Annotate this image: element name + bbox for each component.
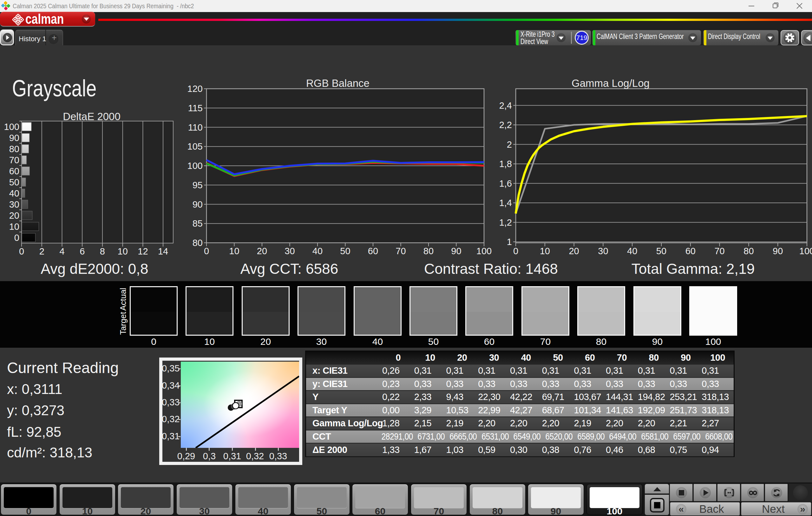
svg-text:100: 100 [187,161,203,171]
svg-text:2,4: 2,4 [499,100,512,111]
svg-text:60: 60 [686,246,696,256]
svg-text:1,6: 1,6 [499,178,512,189]
svg-text:70: 70 [396,246,406,256]
svg-text:0: 0 [19,246,24,256]
svg-text:100: 100 [476,246,492,256]
svg-text:2: 2 [507,140,512,150]
svg-text:40: 40 [9,188,19,199]
svg-text:20: 20 [569,246,579,256]
svg-text:12: 12 [138,246,148,256]
svg-text:110: 110 [188,122,203,132]
svg-text:80: 80 [193,238,203,248]
svg-text:1,4: 1,4 [499,198,512,208]
svg-text:70: 70 [9,155,19,165]
svg-text:4: 4 [59,246,64,256]
svg-text:RGB Balance: RGB Balance [306,77,370,89]
svg-text:90: 90 [451,246,461,256]
svg-text:40: 40 [313,246,323,256]
svg-text:1: 1 [507,237,512,247]
svg-text:40: 40 [627,246,637,256]
svg-text:105: 105 [187,141,203,152]
svg-text:2,2: 2,2 [499,120,512,130]
svg-text:100: 100 [4,122,19,132]
svg-text:60: 60 [368,246,378,256]
svg-text:30: 30 [9,200,19,210]
svg-text:80: 80 [9,144,19,154]
svg-text:95: 95 [193,180,203,190]
svg-text:1,2: 1,2 [499,217,512,227]
svg-text:10: 10 [118,246,128,256]
svg-text:100: 100 [799,246,812,256]
svg-text:85: 85 [193,218,203,229]
svg-text:6: 6 [80,246,85,256]
svg-text:10: 10 [229,246,239,256]
svg-text:80: 80 [744,246,754,256]
svg-text:50: 50 [9,177,19,187]
svg-text:10: 10 [540,246,550,256]
svg-text:0: 0 [204,246,209,256]
svg-text:2: 2 [39,246,45,256]
svg-text:90: 90 [9,133,19,143]
svg-text:90: 90 [193,200,203,210]
svg-text:1,8: 1,8 [499,159,512,169]
svg-text:Target: Target [118,311,128,335]
svg-text:Actual: Actual [118,288,128,311]
svg-text:50: 50 [656,246,666,256]
svg-text:14: 14 [158,246,168,256]
svg-text:DeltaE 2000: DeltaE 2000 [63,111,120,122]
svg-text:Gamma Log/Log: Gamma Log/Log [572,77,649,89]
svg-text:120: 120 [187,84,203,94]
svg-text:20: 20 [257,246,267,256]
svg-text:30: 30 [285,246,295,256]
svg-text:115: 115 [188,103,203,113]
svg-text:0: 0 [14,233,19,243]
svg-text:10: 10 [9,221,19,232]
svg-text:90: 90 [773,246,783,256]
svg-text:50: 50 [340,246,350,256]
svg-text:80: 80 [424,246,434,256]
svg-text:30: 30 [598,246,608,256]
svg-text:0: 0 [513,246,518,256]
svg-text:70: 70 [714,246,724,256]
svg-text:20: 20 [9,210,19,221]
svg-text:8: 8 [100,246,105,256]
svg-text:60: 60 [9,166,19,176]
